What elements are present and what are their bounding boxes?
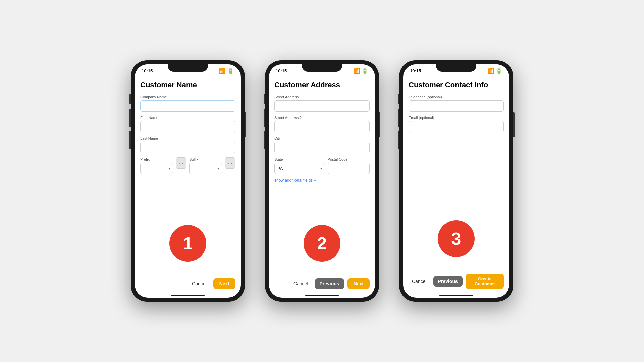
input-street1[interactable] bbox=[274, 100, 370, 112]
state-col: State PA NY CA ▼ bbox=[274, 157, 325, 174]
status-bar-3: 10:15 📶 🔋 bbox=[403, 64, 509, 75]
prefix-select[interactable]: Mr. Ms. Dr. bbox=[140, 163, 173, 174]
status-icons-1: 📶 🔋 bbox=[219, 68, 234, 74]
state-select[interactable]: PA NY CA bbox=[274, 163, 325, 174]
next-button-1[interactable]: Next bbox=[213, 278, 235, 289]
step-number-3: 3 bbox=[451, 229, 461, 249]
home-indicator-2 bbox=[305, 295, 339, 296]
side-btn-power-2 bbox=[379, 112, 380, 137]
prefix-select-wrapper: Mr. Ms. Dr. ▼ bbox=[140, 163, 173, 174]
side-btn-mute-3 bbox=[398, 94, 399, 104]
status-time-3: 10:15 bbox=[410, 68, 421, 73]
label-suffix: Suffix bbox=[189, 157, 222, 161]
side-btn-mute-2 bbox=[264, 94, 265, 104]
wifi-icon-2: 📶 bbox=[353, 68, 360, 74]
side-btn-mute bbox=[129, 94, 131, 104]
status-icons-3: 📶 🔋 bbox=[487, 68, 502, 74]
suffix-col: Suffix Jr. Sr. III ▼ bbox=[189, 157, 222, 174]
prev-button-2[interactable]: Previous bbox=[315, 278, 344, 289]
side-btn-power-3 bbox=[513, 112, 515, 137]
input-telephone[interactable] bbox=[409, 100, 504, 112]
show-additional-label: show additional fields bbox=[274, 178, 313, 183]
label-state: State bbox=[274, 157, 325, 161]
wifi-icon: 📶 bbox=[219, 68, 226, 74]
notch-1 bbox=[168, 64, 208, 72]
phone-1-wrapper: 10:15 📶 🔋 Customer Name Company Name Fir… bbox=[131, 60, 245, 302]
label-company-name: Company Name bbox=[140, 95, 235, 99]
suffix-more-button[interactable]: ··· bbox=[225, 157, 235, 169]
prefix-suffix-row: Prefix Mr. Ms. Dr. ▼ ··· bbox=[140, 157, 235, 174]
bottom-bar-3: Cancel Previous Create Customer bbox=[403, 269, 509, 293]
bottom-bar-2: Cancel Previous Next bbox=[269, 274, 375, 293]
input-last-name[interactable] bbox=[140, 142, 235, 153]
battery-icon-2: 🔋 bbox=[362, 68, 368, 74]
home-indicator-3 bbox=[439, 295, 473, 296]
step-circle-area-2: 2 bbox=[274, 183, 370, 268]
side-btn-vol-up bbox=[129, 109, 131, 127]
step-circle-3: 3 bbox=[438, 220, 475, 257]
prefix-more-button[interactable]: ··· bbox=[176, 157, 186, 169]
input-street2[interactable] bbox=[274, 121, 370, 132]
status-bar-1: 10:15 📶 🔋 bbox=[135, 64, 241, 75]
notch-3 bbox=[436, 64, 476, 72]
step-number-1: 1 bbox=[183, 233, 193, 253]
state-select-wrapper: PA NY CA ▼ bbox=[274, 163, 325, 174]
prefix-col: Prefix Mr. Ms. Dr. ▼ bbox=[140, 157, 173, 174]
page-title-2: Customer Address bbox=[274, 81, 370, 89]
side-btn-vol-down-3 bbox=[398, 131, 399, 149]
label-last-name: Last Name bbox=[140, 136, 235, 140]
step-number-2: 2 bbox=[317, 233, 327, 253]
input-email[interactable] bbox=[409, 121, 504, 132]
cancel-button-1[interactable]: Cancel bbox=[189, 279, 210, 288]
status-time-1: 10:15 bbox=[142, 68, 153, 73]
screen-content-1: Customer Name Company Name First Name La… bbox=[135, 75, 241, 274]
postal-col: Postal Code bbox=[328, 157, 370, 174]
step-circle-1: 1 bbox=[169, 225, 206, 262]
notch-2 bbox=[302, 64, 342, 72]
phone-2-wrapper: 10:15 📶 🔋 Customer Address Street Addres… bbox=[265, 60, 379, 302]
next-button-2[interactable]: Next bbox=[347, 278, 370, 289]
show-additional-fields-button[interactable]: show additional fields ▾ bbox=[274, 178, 370, 183]
label-email: Email (optional) bbox=[409, 116, 504, 120]
side-btn-vol-up-2 bbox=[264, 109, 265, 127]
input-company-name[interactable] bbox=[140, 100, 235, 112]
step-circle-area-1: 1 bbox=[140, 175, 235, 268]
show-additional-chevron-icon: ▾ bbox=[314, 178, 316, 183]
page-title-1: Customer Name bbox=[140, 81, 235, 89]
label-street2: Street Address 2 bbox=[274, 116, 370, 120]
suffix-select[interactable]: Jr. Sr. III bbox=[189, 163, 222, 174]
battery-icon: 🔋 bbox=[227, 68, 234, 74]
prev-button-3[interactable]: Previous bbox=[433, 276, 463, 287]
phone-2-screen: 10:15 📶 🔋 Customer Address Street Addres… bbox=[269, 64, 375, 298]
side-btn-vol-down bbox=[129, 131, 131, 149]
phone-3-screen: 10:15 📶 🔋 Customer Contact Info Telephon… bbox=[403, 64, 509, 298]
page-title-3: Customer Contact Info bbox=[409, 81, 504, 89]
label-first-name: First Name bbox=[140, 116, 235, 120]
label-prefix: Prefix bbox=[140, 157, 173, 161]
input-postal[interactable] bbox=[328, 163, 370, 174]
input-first-name[interactable] bbox=[140, 121, 235, 132]
screen-content-3: Customer Contact Info Telephone (optiona… bbox=[403, 75, 509, 269]
input-city[interactable] bbox=[274, 142, 370, 153]
label-city: City bbox=[274, 136, 370, 140]
label-telephone: Telephone (optional) bbox=[409, 95, 504, 99]
label-postal: Postal Code bbox=[328, 157, 370, 161]
battery-icon-3: 🔋 bbox=[496, 68, 502, 74]
phone-2: 10:15 📶 🔋 Customer Address Street Addres… bbox=[265, 60, 379, 302]
side-btn-power bbox=[245, 112, 246, 137]
cancel-button-3[interactable]: Cancel bbox=[409, 277, 430, 286]
phone-3-wrapper: 10:15 📶 🔋 Customer Contact Info Telephon… bbox=[399, 60, 513, 302]
step-circle-area-3: 3 bbox=[409, 136, 504, 264]
state-postal-row: State PA NY CA ▼ Postal Code bbox=[274, 157, 370, 174]
status-bar-2: 10:15 📶 🔋 bbox=[269, 64, 375, 75]
side-btn-vol-up-3 bbox=[398, 109, 399, 127]
status-icons-2: 📶 🔋 bbox=[353, 68, 368, 74]
home-indicator-1 bbox=[171, 295, 205, 296]
cancel-button-2[interactable]: Cancel bbox=[290, 279, 312, 288]
step-circle-2: 2 bbox=[304, 225, 340, 262]
suffix-select-wrapper: Jr. Sr. III ▼ bbox=[189, 163, 222, 174]
label-street1: Street Address 1 bbox=[274, 95, 370, 99]
status-time-2: 10:15 bbox=[276, 68, 287, 73]
create-customer-button[interactable]: Create Customer bbox=[466, 274, 504, 289]
phone-3: 10:15 📶 🔋 Customer Contact Info Telephon… bbox=[399, 60, 513, 302]
